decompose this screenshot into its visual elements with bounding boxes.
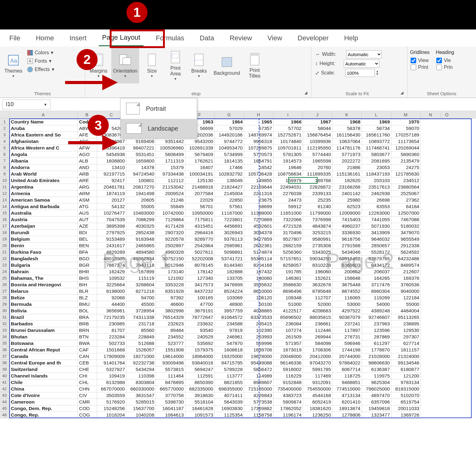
row-header[interactable]: 23: [0, 262, 9, 268]
row-header[interactable]: 28: [0, 294, 9, 301]
row-header[interactable]: 43: [0, 392, 9, 399]
row-header[interactable]: 8: [0, 164, 9, 171]
row-header[interactable]: 27: [0, 288, 9, 294]
callout-2: 2: [77, 49, 98, 70]
background-button[interactable]: Background: [212, 48, 242, 83]
select-all-corner[interactable]: [0, 111, 9, 118]
svg-rect-9: [195, 54, 203, 66]
colors-button[interactable]: Colors ▾: [26, 49, 55, 56]
sheet-cells[interactable]: Country NameCode196319641965196619671968…: [9, 118, 421, 418]
row-header[interactable]: 20: [0, 242, 9, 249]
row-header[interactable]: 30: [0, 307, 9, 314]
tab-page-layout[interactable]: Page Layout: [99, 30, 143, 46]
width-select[interactable]: Automatic: [346, 50, 382, 58]
breaks-icon: [192, 53, 206, 67]
row-header[interactable]: 9: [0, 171, 9, 177]
page-setup-launcher[interactable]: ◢: [304, 90, 309, 97]
row-header[interactable]: 33: [0, 327, 9, 333]
scale-launcher[interactable]: ◢: [400, 90, 405, 97]
row-header[interactable]: 12: [0, 190, 9, 197]
formula-bar-row: I10▼: [0, 98, 476, 111]
tab-help[interactable]: Help: [341, 30, 361, 46]
tab-review[interactable]: Review: [227, 30, 255, 46]
row-header[interactable]: 5: [0, 145, 9, 151]
col-header[interactable]: I: [273, 111, 303, 118]
headings-view-check[interactable]: [436, 58, 442, 63]
col-header[interactable]: A: [9, 111, 77, 118]
row-header[interactable]: 39: [0, 366, 9, 373]
print-titles-icon: [248, 53, 262, 66]
row-header[interactable]: 31: [0, 314, 9, 320]
row-header[interactable]: 2: [0, 125, 9, 132]
row-header[interactable]: 34: [0, 333, 9, 340]
row-header[interactable]: 15: [0, 210, 9, 216]
row-header[interactable]: 6: [0, 151, 9, 158]
tab-formulas[interactable]: Formulas: [153, 30, 187, 46]
row-header[interactable]: 46: [0, 412, 9, 418]
col-header[interactable]: N: [421, 111, 441, 118]
row-header[interactable]: 40: [0, 373, 9, 379]
row-header[interactable]: 35: [0, 340, 9, 346]
row-header[interactable]: 44: [0, 399, 9, 405]
col-header[interactable]: J: [303, 111, 332, 118]
row-header[interactable]: 19: [0, 236, 9, 242]
row-header[interactable]: 13: [0, 197, 9, 203]
height-select[interactable]: Automatic: [344, 60, 379, 68]
fonts-button[interactable]: AFonts ▾: [26, 57, 55, 65]
headings-print-check[interactable]: [436, 65, 442, 70]
row-header[interactable]: 26: [0, 281, 9, 288]
col-header[interactable]: M: [391, 111, 421, 118]
col-header[interactable]: G: [214, 111, 244, 118]
size-button[interactable]: Size▾: [141, 48, 163, 83]
row-header[interactable]: 16: [0, 216, 9, 223]
row-header[interactable]: 4: [0, 138, 9, 145]
tab-developer[interactable]: Developer: [294, 30, 332, 46]
row-header[interactable]: 22: [0, 255, 9, 262]
tab-view[interactable]: View: [264, 30, 285, 46]
row-header[interactable]: 24: [0, 268, 9, 275]
row-header[interactable]: 37: [0, 353, 9, 360]
col-header[interactable]: H: [244, 111, 273, 118]
row-header[interactable]: 36: [0, 346, 9, 353]
print-area-icon: [169, 51, 182, 64]
row-header[interactable]: 3: [0, 132, 9, 138]
col-header[interactable]: K: [332, 111, 362, 118]
row-header[interactable]: 18: [0, 229, 9, 236]
row-header[interactable]: 45: [0, 405, 9, 412]
row-header[interactable]: 41: [0, 379, 9, 386]
row-header[interactable]: 42: [0, 386, 9, 392]
gridlines-print-check[interactable]: [411, 65, 416, 70]
row-header[interactable]: 17: [0, 223, 9, 229]
gridlines-view-check[interactable]: [411, 58, 416, 63]
print-area-button[interactable]: Print Area▾: [165, 48, 186, 83]
row-header[interactable]: 7: [0, 158, 9, 164]
row-header[interactable]: 38: [0, 360, 9, 366]
orientation-portrait[interactable]: Portrait: [121, 98, 197, 119]
scale-down[interactable]: ▼: [376, 73, 379, 76]
spreadsheet: A B C D E F G H I J K L M N O 1234567891…: [0, 111, 476, 418]
print-titles-button[interactable]: Print Titles: [244, 48, 266, 83]
row-header[interactable]: 11: [0, 184, 9, 190]
row-header[interactable]: 32: [0, 320, 9, 327]
tab-data[interactable]: Data: [196, 30, 217, 46]
tab-file[interactable]: File: [6, 30, 23, 46]
row-header[interactable]: 10: [0, 177, 9, 184]
row-header[interactable]: 14: [0, 203, 9, 210]
breaks-button[interactable]: Breaks▾: [188, 48, 210, 83]
row-header[interactable]: 25: [0, 275, 9, 281]
name-box[interactable]: I10▼: [2, 100, 51, 109]
tab-home[interactable]: Home: [33, 30, 57, 46]
tab-insert[interactable]: Insert: [66, 30, 90, 46]
col-header[interactable]: O: [441, 111, 453, 118]
orientation-dropdown: Portrait Landscape: [120, 98, 197, 138]
themes-button[interactable]: Aa Themes▾: [2, 48, 24, 83]
orientation-landscape[interactable]: Landscape: [121, 119, 197, 138]
ribbon-tabs: File Home Insert Page Layout Formulas Da…: [0, 29, 476, 47]
group-sheet-options: Gridlines View Print Heading Vie Prin Sh…: [408, 47, 476, 97]
effects-button[interactable]: Effects ▾: [26, 66, 55, 73]
col-header[interactable]: L: [362, 111, 391, 118]
row-header[interactable]: 21: [0, 249, 9, 255]
scale-input[interactable]: [345, 69, 375, 77]
row-header[interactable]: 1: [0, 118, 9, 125]
row-header[interactable]: 29: [0, 301, 9, 307]
